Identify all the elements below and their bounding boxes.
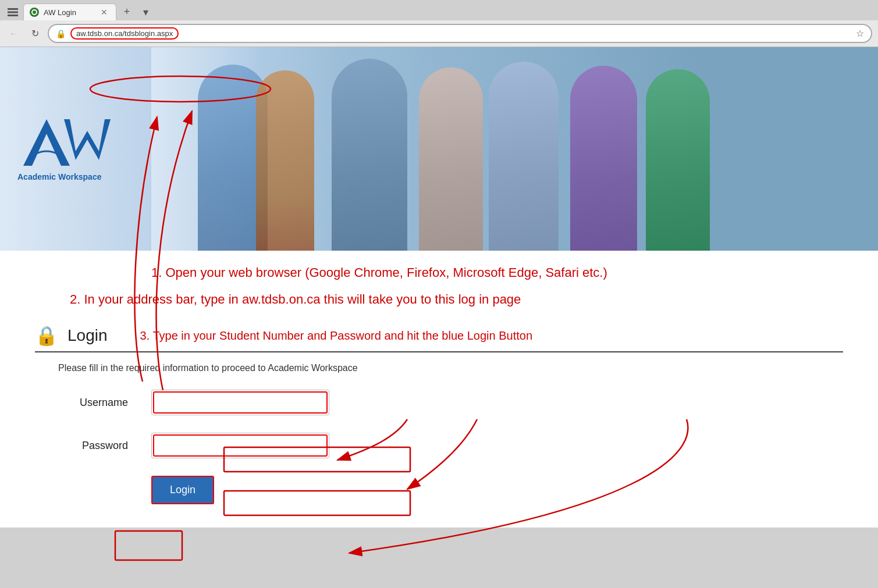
address-bar-row: ← ↻ 🔒 aw.tdsb.on.ca/tdsblogin.aspx ☆	[0, 20, 878, 47]
svg-rect-9	[115, 531, 182, 560]
active-tab[interactable]: AW Login ✕	[23, 3, 116, 20]
login-header: 🔒 Login 3. Type in your Student Number a…	[35, 325, 843, 352]
password-label: Password	[58, 440, 128, 452]
username-input[interactable]	[153, 391, 328, 414]
password-input[interactable]	[153, 434, 328, 457]
address-bar[interactable]: 🔒 aw.tdsb.on.ca/tdsblogin.aspx ☆	[48, 24, 872, 43]
username-input-wrapper	[151, 390, 329, 415]
svg-rect-2	[8, 15, 18, 16]
instruction-step3: 3. Type in your Student Number and Passw…	[140, 329, 533, 343]
new-tab-button[interactable]: +	[119, 4, 135, 20]
instruction-step1: 1. Open your web browser (Google Chrome,…	[151, 265, 843, 280]
svg-rect-1	[8, 11, 18, 13]
tab-favicon	[30, 8, 39, 17]
reload-button[interactable]: ↻	[27, 26, 43, 42]
url-display[interactable]: aw.tdsb.on.ca/tdsblogin.aspx	[70, 27, 179, 40]
svg-rect-0	[8, 8, 18, 10]
lock-icon: 🔒	[56, 29, 66, 38]
username-label: Username	[58, 397, 128, 409]
tab-close-button[interactable]: ✕	[101, 8, 108, 17]
tab-dropdown-button[interactable]: ▾	[137, 4, 154, 20]
login-form-area: 🔒 Login 3. Type in your Student Number a…	[0, 313, 878, 528]
login-title: Login	[67, 326, 108, 345]
page-content: Academic Workspace 1. Open your web brow…	[0, 47, 878, 528]
tab-bar: AW Login ✕ + ▾	[0, 0, 878, 20]
login-description: Please fill in the required information …	[58, 363, 843, 373]
login-button[interactable]: Login	[151, 476, 214, 504]
back-button[interactable]: ←	[6, 26, 22, 42]
tab-title: AW Login	[44, 8, 76, 17]
password-input-wrapper	[151, 433, 329, 458]
aw-logo: Academic Workspace	[17, 116, 145, 181]
login-button-row: Login	[151, 476, 843, 504]
svg-marker-4	[64, 119, 111, 160]
bookmark-icon[interactable]: ☆	[856, 28, 864, 39]
svg-marker-3	[23, 119, 70, 166]
sidebar-toggle-button[interactable]	[5, 4, 21, 20]
instructions-area: 1. Open your web browser (Google Chrome,…	[0, 251, 878, 313]
hero-banner: Academic Workspace	[0, 47, 878, 251]
password-row: Password	[58, 433, 843, 458]
browser-chrome: AW Login ✕ + ▾ ← ↻ 🔒 aw.tdsb.on.ca/tdsbl…	[0, 0, 878, 47]
username-row: Username	[58, 390, 843, 415]
logo-text	[17, 116, 145, 175]
login-lock-icon: 🔒	[35, 325, 58, 347]
instruction-step2: 2. In your address bar, type in aw.tdsb.…	[70, 292, 843, 307]
